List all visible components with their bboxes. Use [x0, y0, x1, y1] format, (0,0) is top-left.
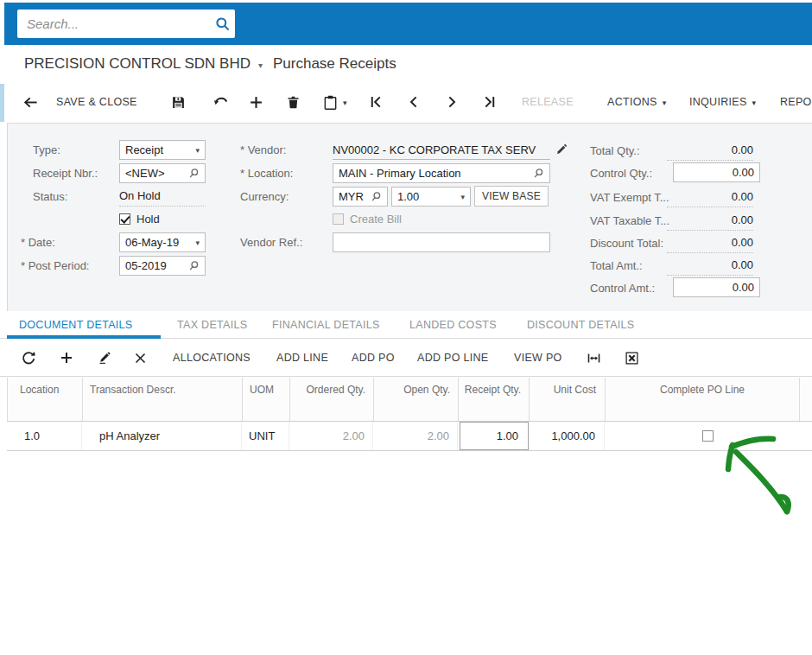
receipt-nbr-lookup-icon[interactable] — [188, 168, 200, 179]
search-box[interactable] — [17, 10, 235, 38]
vendor-field[interactable]: NV00002 - KC CORPORATE TAX SERV — [333, 140, 550, 160]
cell-ordered-qty[interactable]: 2.00 — [289, 422, 373, 450]
date-picker[interactable]: 06-May-19▾ — [119, 232, 206, 252]
col-header-uom[interactable]: UOM — [243, 378, 290, 421]
company-selector[interactable]: PRECISION CONTROL SDN BHD — [24, 55, 251, 73]
vendor-ref-input[interactable] — [333, 232, 550, 252]
cell-open-qty[interactable]: 2.00 — [373, 422, 458, 450]
currency-rate-dropdown[interactable]: 1.00▾ — [391, 187, 471, 207]
grid-edit-row-icon[interactable] — [97, 339, 111, 377]
export-to-excel-icon[interactable] — [625, 339, 639, 377]
discount-total-value: 0.00 — [667, 233, 753, 253]
go-previous-icon[interactable] — [406, 82, 422, 122]
location-label: * Location: — [240, 163, 293, 183]
status-label: Status: — [33, 187, 67, 207]
delete-icon[interactable] — [286, 82, 301, 122]
receipt-nbr-field[interactable]: <NEW> — [119, 163, 206, 183]
col-header-ordered-qty[interactable]: Ordered Qty. — [290, 378, 374, 421]
currency-rate-caret-icon[interactable]: ▾ — [460, 193, 465, 201]
tab-tax-details[interactable]: TAX DETAILS — [177, 311, 247, 338]
date-label: * Date: — [21, 232, 55, 252]
go-next-icon[interactable] — [444, 82, 460, 122]
copy-paste-icon[interactable]: ▾ — [323, 82, 347, 122]
complete-po-line-checkbox[interactable] — [702, 430, 714, 442]
search-input[interactable] — [17, 16, 209, 31]
col-header-unit-cost[interactable]: Unit Cost — [530, 378, 606, 421]
table-row: 1.0 pH Analyzer UNIT 2.00 2.00 1.00 1,00… — [7, 422, 812, 451]
location-lookup-icon[interactable] — [533, 168, 544, 179]
total-amt-label: Total Amt.: — [590, 256, 643, 276]
add-po-line-button[interactable]: ADD PO LINE — [417, 339, 489, 377]
fit-to-width-icon[interactable] — [586, 339, 602, 377]
save-icon[interactable] — [171, 82, 186, 122]
cell-location[interactable]: 1.0 — [7, 422, 82, 450]
control-amt-label: Control Amt.: — [590, 278, 655, 298]
refresh-icon[interactable] — [21, 339, 36, 377]
allocations-button[interactable]: ALLOCATIONS — [173, 339, 251, 377]
actions-caret-icon: ▾ — [663, 99, 667, 107]
go-last-icon[interactable] — [481, 82, 497, 122]
cell-uom[interactable]: UNIT — [242, 422, 289, 450]
col-header-location[interactable]: Location — [8, 378, 83, 421]
vat-taxable-label: VAT Taxable T... — [590, 211, 669, 231]
inquiries-caret-icon: ▾ — [752, 99, 757, 107]
control-qty-input[interactable]: 0.00 — [673, 162, 760, 182]
release-button: RELEASE — [522, 82, 574, 122]
post-period-lookup-icon[interactable] — [188, 260, 200, 271]
search-icon[interactable] — [209, 11, 235, 37]
inquiries-menu-button[interactable]: INQUIRIES▾ — [689, 82, 756, 122]
cell-transaction-descr[interactable]: pH Analyzer — [82, 422, 242, 450]
post-period-label: * Post Period: — [21, 256, 90, 276]
tab-document-details[interactable]: DOCUMENT DETAILS — [19, 311, 132, 338]
control-amt-input[interactable]: 0.00 — [673, 277, 760, 297]
col-header-receipt-qty[interactable]: Receipt Qty. — [459, 378, 530, 421]
add-po-button[interactable]: ADD PO — [352, 339, 395, 377]
cell-unit-cost[interactable]: 1,000.00 — [529, 422, 605, 450]
go-first-icon[interactable] — [369, 82, 384, 122]
type-dropdown[interactable]: Receipt▾ — [119, 140, 206, 160]
hold-checkbox[interactable] — [119, 213, 130, 225]
actions-menu-button[interactable]: ACTIONS▾ — [607, 82, 667, 122]
undo-icon[interactable] — [213, 82, 229, 122]
control-qty-label: Control Qty.: — [590, 163, 652, 183]
view-base-button[interactable]: VIEW BASE — [474, 186, 549, 207]
copy-paste-caret-icon[interactable]: ▾ — [343, 99, 347, 107]
date-caret-icon[interactable]: ▾ — [195, 238, 200, 247]
cell-complete-po-line — [605, 422, 799, 450]
company-caret-icon[interactable]: ▾ — [258, 60, 263, 70]
cell-receipt-qty-editor[interactable]: 1.00 — [460, 422, 529, 450]
total-qty-label: Total Qty.: — [590, 141, 640, 161]
status-value: On Hold — [119, 187, 206, 207]
total-amt-value: 0.00 — [667, 256, 753, 276]
detail-tabs: DOCUMENT DETAILS TAX DETAILS FINANCIAL D… — [0, 311, 812, 339]
main-toolbar: SAVE & CLOSE ▾ RELEASE ACT — [0, 82, 812, 122]
tab-discount-details[interactable]: DISCOUNT DETAILS — [527, 311, 635, 338]
page-title: Purchase Receipts — [273, 55, 396, 73]
type-caret-icon[interactable]: ▾ — [195, 146, 200, 155]
grid-delete-row-icon[interactable] — [134, 339, 147, 377]
add-icon[interactable] — [249, 82, 263, 122]
back-button[interactable] — [22, 82, 39, 122]
location-field[interactable]: MAIN - Primary Location — [333, 163, 550, 183]
vendor-ref-label: Vendor Ref.: — [240, 232, 302, 252]
breadcrumb: PRECISION CONTROL SDN BHD ▾ Purchase Rec… — [24, 52, 396, 76]
grid-header: Location Transaction Descr. UOM Ordered … — [7, 378, 812, 422]
col-header-complete-po-line[interactable]: Complete PO Line — [606, 378, 800, 421]
reports-menu-button[interactable]: REPORTS — [780, 82, 812, 122]
vendor-edit-icon[interactable] — [555, 143, 568, 156]
grid-toolbar: ALLOCATIONS ADD LINE ADD PO ADD PO LINE … — [0, 339, 812, 377]
currency-lookup-icon[interactable] — [371, 191, 382, 202]
top-header-bar — [4, 3, 812, 45]
save-close-button[interactable]: SAVE & CLOSE — [56, 82, 137, 122]
add-line-button[interactable]: ADD LINE — [276, 339, 328, 377]
tab-landed-costs[interactable]: LANDED COSTS — [409, 311, 497, 338]
currency-code-field[interactable]: MYR — [333, 187, 388, 207]
view-po-button[interactable]: VIEW PO — [514, 339, 562, 377]
post-period-field[interactable]: 05-2019 — [119, 256, 206, 276]
col-header-transaction-descr[interactable]: Transaction Descr. — [83, 378, 243, 421]
col-header-open-qty[interactable]: Open Qty. — [374, 378, 459, 421]
tab-financial-details[interactable]: FINANCIAL DETAILS — [272, 311, 380, 338]
grid-add-row-icon[interactable] — [60, 339, 73, 377]
currency-label: Currency: — [240, 187, 289, 207]
type-label: Type: — [33, 140, 60, 160]
